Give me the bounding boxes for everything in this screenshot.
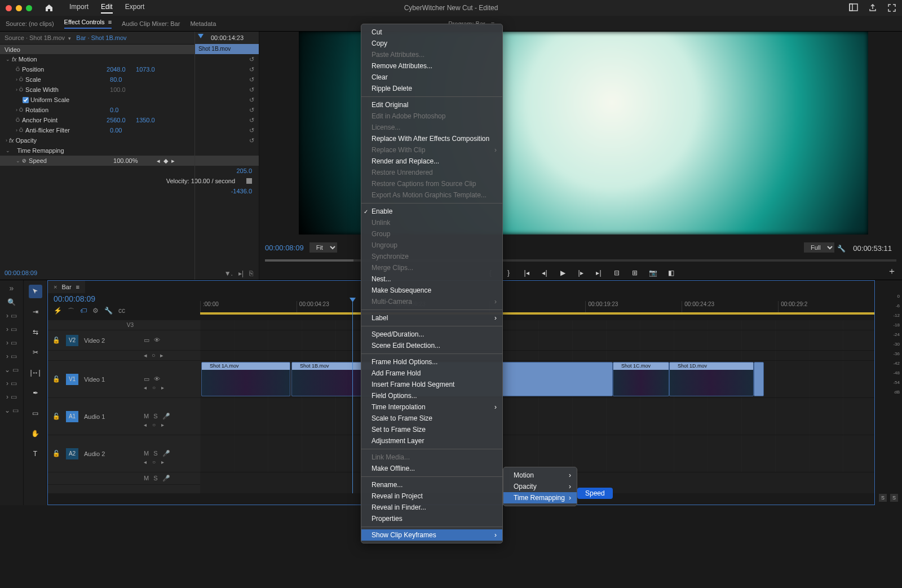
menu-edit[interactable]: Edit bbox=[101, 3, 113, 14]
io-icon[interactable]: ▸| bbox=[238, 269, 244, 277]
zoom-select[interactable]: Fit bbox=[309, 242, 337, 253]
go-out-icon[interactable]: ▸| bbox=[594, 269, 604, 277]
mute-icon[interactable]: M bbox=[144, 450, 149, 457]
step-back-icon[interactable]: ◂| bbox=[540, 269, 550, 277]
snap-icon[interactable]: ⚡ bbox=[54, 307, 62, 316]
playhead[interactable] bbox=[352, 301, 353, 493]
cc-icon[interactable]: cc bbox=[118, 307, 125, 316]
ctx-item[interactable]: Make Offline... bbox=[361, 463, 502, 474]
close-tab-icon[interactable]: × bbox=[54, 284, 57, 290]
menu-export[interactable]: Export bbox=[125, 3, 145, 14]
selection-tool[interactable] bbox=[29, 285, 42, 298]
window-zoom[interactable] bbox=[26, 5, 32, 11]
ctx-item[interactable]: ✓Enable bbox=[361, 206, 502, 217]
context-submenu-speed[interactable]: Speed bbox=[577, 488, 613, 499]
ctx-sub-item[interactable]: Time Remapping› bbox=[503, 492, 577, 503]
mic-icon[interactable]: 🎤 bbox=[162, 413, 170, 420]
ctx-item[interactable]: Make Subsequence bbox=[361, 285, 502, 296]
menu-import[interactable]: Import bbox=[69, 3, 89, 14]
type-tool[interactable]: T bbox=[29, 447, 42, 461]
add-button-icon[interactable]: ＋ bbox=[887, 266, 896, 277]
fullscreen-icon[interactable] bbox=[887, 3, 896, 12]
ctx-sub-item[interactable]: Opacity› bbox=[503, 481, 577, 492]
track-header-v1[interactable]: 🔓 V1 Video 1 ▭👁 ◂○▸ bbox=[48, 361, 200, 398]
uniform-scale-checkbox[interactable] bbox=[23, 97, 29, 103]
lock-icon[interactable]: 🔓 bbox=[52, 450, 60, 457]
solo-icon[interactable]: S bbox=[153, 413, 157, 420]
comparison-icon[interactable]: ◧ bbox=[666, 269, 676, 277]
filter-icon[interactable]: ▼. bbox=[224, 269, 233, 277]
tab-effect-controls[interactable]: Effect Controls ≡ bbox=[64, 19, 112, 29]
ctx-item[interactable]: Insert Frame Hold Segment bbox=[361, 379, 502, 390]
go-in-icon[interactable]: |◂ bbox=[521, 269, 532, 277]
context-menu[interactable]: CutCopyPaste Attributes...Remove Attribu… bbox=[361, 24, 503, 543]
export-frame-icon[interactable]: ⎘ bbox=[249, 269, 253, 277]
timeline-tab[interactable]: Bar bbox=[61, 284, 71, 290]
rail-row[interactable]: ⌄▭ bbox=[5, 366, 19, 374]
kf-next-icon[interactable]: ▸ bbox=[171, 157, 175, 165]
expand-icon[interactable]: » bbox=[10, 284, 14, 293]
toggle-output-icon[interactable]: ▭ bbox=[144, 375, 149, 383]
solo-right[interactable]: S bbox=[890, 494, 898, 502]
lift-icon[interactable]: ⊟ bbox=[612, 269, 622, 277]
clip[interactable]: fxShot 1C.mov bbox=[613, 362, 669, 396]
clip[interactable]: fxShot 1D.mov bbox=[669, 362, 754, 396]
play-icon[interactable]: ▶ bbox=[558, 269, 568, 277]
ctx-item[interactable]: Adjustment Layer bbox=[361, 435, 502, 446]
ripple-tool[interactable]: ⇆ bbox=[29, 325, 42, 339]
slip-tool[interactable]: |↔| bbox=[29, 366, 42, 379]
mark-out-icon[interactable]: } bbox=[503, 269, 514, 277]
lock-icon[interactable]: 🔓 bbox=[52, 337, 60, 344]
rail-row[interactable]: ›▭ bbox=[6, 393, 17, 401]
ctx-item[interactable]: Render and Replace... bbox=[361, 156, 502, 167]
toggle-output-icon[interactable]: ▭ bbox=[144, 337, 149, 344]
ctx-item[interactable]: Rename... bbox=[361, 479, 502, 490]
wrench-icon[interactable]: 🔧 bbox=[104, 307, 113, 316]
hand-tool[interactable]: ✋ bbox=[29, 427, 42, 440]
tab-audio-mixer[interactable]: Audio Clip Mixer: Bar bbox=[122, 20, 180, 27]
ctx-item[interactable]: Time Interpolation› bbox=[361, 401, 502, 413]
track-header-v2[interactable]: 🔓 V2 Video 2 ▭👁 bbox=[48, 330, 200, 351]
clip[interactable]: fxShot 1A.mov bbox=[201, 362, 290, 396]
settings-icon[interactable]: ⚙ bbox=[92, 307, 99, 316]
ctx-item[interactable]: Frame Hold Options... bbox=[361, 356, 502, 368]
search-icon[interactable]: 🔍 bbox=[7, 298, 16, 306]
track-header-v3[interactable]: V3 bbox=[48, 320, 200, 330]
extract-icon[interactable]: ⊞ bbox=[630, 269, 640, 277]
ctx-item[interactable]: Nest... bbox=[361, 273, 502, 285]
ec-tl-clip[interactable]: Shot 1B.mov bbox=[195, 44, 259, 54]
ctx-item[interactable]: Remove Attributes... bbox=[361, 60, 502, 72]
settings-icon[interactable]: 🔧 bbox=[837, 245, 846, 253]
context-submenu[interactable]: Motion›Opacity›Time Remapping› bbox=[503, 467, 577, 506]
ctx-item[interactable]: Properties bbox=[361, 513, 502, 524]
step-fwd-icon[interactable]: |▸ bbox=[576, 269, 586, 277]
clip[interactable] bbox=[754, 362, 764, 396]
kf-prev-icon[interactable]: ◂ bbox=[157, 157, 160, 165]
kf-add-icon[interactable]: ◆ bbox=[163, 157, 168, 165]
ctx-item[interactable]: Set to Frame Size bbox=[361, 424, 502, 435]
ctx-item[interactable]: Reveal in Project bbox=[361, 490, 502, 502]
camera-icon[interactable]: 📷 bbox=[648, 269, 658, 277]
solo-icon[interactable]: S bbox=[153, 450, 157, 457]
ctx-item[interactable]: Clear bbox=[361, 72, 502, 83]
mute-icon[interactable]: M bbox=[144, 413, 149, 420]
rail-row[interactable]: ›▭ bbox=[6, 325, 17, 333]
resolution-select[interactable]: Full bbox=[804, 242, 834, 253]
rail-row[interactable]: ›▭ bbox=[6, 312, 17, 320]
rail-row[interactable]: ›▭ bbox=[6, 352, 17, 360]
ctx-item[interactable]: Scale to Frame Size bbox=[361, 413, 502, 424]
track-a1[interactable] bbox=[200, 398, 874, 435]
ec-source-crumb[interactable]: Source · Shot 1B.mov ▾ Bar · Shot 1B.mov bbox=[5, 34, 127, 41]
lock-icon[interactable]: 🔓 bbox=[52, 413, 60, 420]
ctx-item[interactable]: Ripple Delete bbox=[361, 83, 502, 94]
home-icon[interactable] bbox=[45, 3, 54, 12]
timeline-timecode[interactable]: 00:00:08:09 bbox=[54, 294, 95, 303]
program-scrubber[interactable] bbox=[265, 257, 896, 264]
tab-menu-icon[interactable]: ≡ bbox=[76, 284, 79, 290]
solo-left[interactable]: S bbox=[879, 494, 887, 502]
track-select-tool[interactable]: ⇥ bbox=[29, 305, 42, 319]
tab-metadata[interactable]: Metadata bbox=[190, 20, 216, 27]
track-v2[interactable] bbox=[200, 330, 874, 351]
window-close[interactable] bbox=[6, 5, 12, 11]
ctx-item[interactable]: Add Frame Hold bbox=[361, 368, 502, 379]
